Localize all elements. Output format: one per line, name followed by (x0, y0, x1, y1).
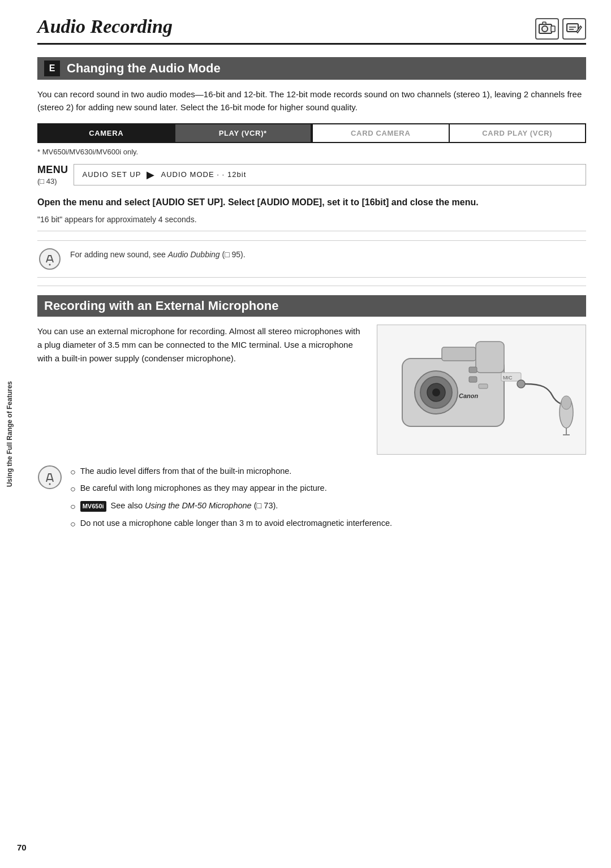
section2-title: Recording with an External Microphone (44, 299, 278, 313)
bullet-circle-1: ○ (70, 465, 76, 480)
bullet-circle-3: ○ (70, 500, 76, 514)
bullet-item-3: ○ MV650i See also Using the DM-50 Microp… (70, 499, 392, 514)
bullet-text-3: MV650i See also Using the DM-50 Micropho… (80, 499, 278, 512)
svg-rect-24 (469, 367, 477, 373)
page-number: 70 (17, 843, 27, 852)
svg-rect-14 (442, 347, 476, 361)
svg-point-27 (38, 466, 61, 489)
bullet-item-1: ○ The audio level differs from that of t… (70, 465, 392, 480)
menu-steps: AUDIO SET UP ▶ AUDIO MODE · · 12bit (74, 164, 586, 185)
menu-ref: (□ 43) (37, 177, 57, 185)
svg-rect-26 (479, 384, 488, 388)
svg-rect-3 (551, 26, 555, 32)
menu-row: MENU (□ 43) AUDIO SET UP ▶ AUDIO MODE · … (37, 164, 586, 185)
section1-title: Changing the Audio Mode (67, 61, 221, 76)
mv650-badge: MV650i (80, 501, 106, 512)
menu-step2: AUDIO MODE · · 12bit (161, 170, 246, 179)
svg-point-28 (49, 483, 51, 485)
camera-illustration-svg: Canon MIC (385, 330, 578, 449)
recording-text: You can use an external microphone for r… (37, 325, 365, 455)
bold-instruction: Open the menu and select [AUDIO SET UP].… (37, 196, 586, 209)
tip-icon (37, 247, 62, 271)
bottom-note-icon-svg (37, 465, 62, 490)
bullet-notes: ○ The audio level differs from that of t… (70, 465, 392, 534)
menu-word: MENU (37, 164, 68, 176)
svg-text:MIC: MIC (503, 375, 513, 381)
mode-card-camera: CARD CAMERA (313, 124, 450, 142)
sidebar-label: Using the Full Range of Features (6, 381, 15, 487)
bullet-item-4: ○ Do not use a microphone cable longer t… (70, 517, 392, 532)
svg-rect-15 (476, 342, 504, 373)
svg-rect-2 (543, 22, 546, 24)
card-mode-icon (562, 18, 586, 40)
card-svg-icon (566, 21, 583, 36)
svg-point-8 (49, 264, 51, 265)
bullet-text-2: Be careful with long microphones as they… (80, 482, 327, 494)
mode-card-play: CARD PLAY (VCR) (450, 124, 586, 142)
page-wrapper: Using the Full Range of Features Audio R… (0, 0, 611, 868)
mode-camera: CAMERA (38, 124, 175, 142)
bottom-tip-row: ○ The audio level differs from that of t… (37, 465, 586, 546)
mode-play-vcr: PLAY (VCR)* (175, 124, 312, 142)
page-title: Audio Recording (37, 16, 173, 37)
info-text: "16 bit" appears for approximately 4 sec… (37, 215, 586, 224)
svg-rect-4 (567, 24, 578, 32)
svg-text:Canon: Canon (459, 392, 479, 399)
section1-body: You can record sound in two audio modes—… (37, 88, 586, 114)
bullet-circle-2: ○ (70, 482, 76, 496)
bullet-circle-4: ○ (70, 517, 76, 532)
header-icons (535, 18, 586, 40)
recording-content: You can use an external microphone for r… (37, 325, 586, 455)
camera-mode-icon (535, 18, 559, 40)
menu-label-block: MENU (□ 43) (37, 164, 68, 185)
note-icon-svg (38, 248, 61, 270)
divider2 (37, 286, 586, 286)
tip-row: For adding new sound, see Audio Dubbing … (37, 240, 586, 278)
divider1 (37, 231, 586, 231)
menu-arrow: ▶ (147, 169, 155, 181)
section2-header: Recording with an External Microphone (37, 295, 586, 317)
bullet-text-1: The audio level differs from that of the… (80, 465, 292, 477)
menu-step1: AUDIO SET UP (82, 170, 141, 179)
mode-table: CAMERA PLAY (VCR)* CARD CAMERA CARD PLAY… (37, 123, 586, 143)
sidebar: Using the Full Range of Features (0, 0, 20, 868)
svg-point-7 (40, 249, 60, 269)
tip-text: For adding new sound, see Audio Dubbing … (70, 247, 246, 261)
page-header: Audio Recording (37, 16, 586, 45)
main-content: Audio Recording (20, 0, 611, 868)
svg-point-19 (517, 380, 525, 388)
camera-image: Canon MIC (377, 325, 586, 455)
bottom-tip-icon (37, 465, 62, 490)
bullet-text-4: Do not use a microphone cable longer tha… (80, 517, 392, 529)
svg-point-21 (561, 396, 571, 409)
section1-header: E Changing the Audio Mode (37, 57, 586, 80)
bullet-item-2: ○ Be careful with long microphones as th… (70, 482, 392, 496)
section-letter: E (44, 61, 60, 76)
svg-rect-25 (469, 377, 477, 382)
camera-svg-icon (539, 21, 556, 36)
svg-point-13 (432, 388, 440, 396)
footnote: * MV650i/MV630i/MV600i only. (37, 148, 586, 156)
